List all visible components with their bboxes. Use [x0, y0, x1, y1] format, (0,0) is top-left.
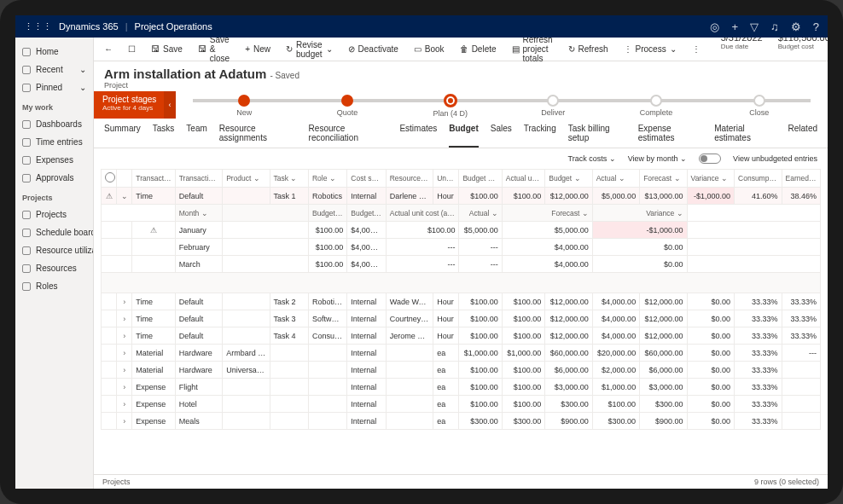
col-header[interactable]: Cost source ⌄: [347, 170, 386, 188]
table-row[interactable]: ›ExpenseHotelInternalea$100.00$100.00$30…: [102, 396, 821, 413]
col-header[interactable]: Actual unit cost ⌄: [502, 170, 544, 188]
sidebar-item[interactable]: Recent⌄: [15, 61, 93, 78]
tab-expense-estimates[interactable]: Expense estimates: [638, 124, 702, 148]
sidebar-item[interactable]: Resource utilization: [15, 241, 93, 259]
back-button[interactable]: ←: [101, 43, 116, 55]
stage[interactable]: Complete: [605, 93, 708, 117]
book-button[interactable]: ▭ Book: [410, 43, 448, 55]
sidebar-item[interactable]: Approvals: [15, 169, 93, 187]
expand-icon[interactable]: ›: [117, 293, 132, 310]
view-by-dropdown[interactable]: View by month ⌄: [628, 154, 687, 163]
sidebar: HomeRecent⌄Pinned⌄ My work DashboardsTim…: [15, 38, 94, 489]
tab-related[interactable]: Related: [788, 124, 817, 148]
unbudgeted-label: View unbudgeted entries: [733, 154, 817, 163]
col-header[interactable]: Consumption % ⌄: [735, 170, 782, 188]
table-row[interactable]: ›ExpenseFlightInternalea$100.00$100.00$3…: [102, 379, 821, 396]
delete-button[interactable]: 🗑 Delete: [456, 43, 500, 55]
stage[interactable]: Deliver: [502, 93, 605, 117]
revise-budget-button[interactable]: ↻ Revise budget ⌄: [282, 38, 336, 61]
table-row[interactable]: ›TimeDefaultTask 4ConsultingInternalJero…: [102, 327, 821, 345]
row-count: 9 rows (0 selected): [754, 478, 819, 486]
sidebar-item[interactable]: Time entries: [15, 133, 93, 151]
unbudgeted-toggle[interactable]: [699, 154, 721, 164]
tab-resource-reconciliation[interactable]: Resource reconciliation: [309, 124, 388, 148]
collapse-icon[interactable]: ⌄: [117, 188, 132, 205]
page-title: Arm installation at Adatum - Saved: [104, 67, 817, 81]
col-header[interactable]: Forecast ⌄: [640, 170, 687, 188]
tab-tasks[interactable]: Tasks: [153, 124, 175, 148]
sidebar-item[interactable]: Resources: [15, 259, 93, 277]
col-header[interactable]: Task ⌄: [270, 170, 308, 188]
stage[interactable]: New: [193, 93, 296, 117]
col-header[interactable]: Transaction class: [132, 170, 175, 188]
table-row[interactable]: ›ExpenseMealsInternalea$300.00$300.00$90…: [102, 413, 821, 430]
target-icon[interactable]: ◎: [710, 20, 719, 33]
table-subrow[interactable]: ⚠January$100.00$4,000.00$100.00$5,000.00…: [102, 222, 821, 239]
topbar: ⋮⋮⋮ Dynamics 365 | Project Operations ◎ …: [15, 15, 828, 38]
stage-flyout[interactable]: Project stages Active for 4 days ‹: [94, 91, 176, 119]
deactivate-button[interactable]: ⊘ Deactivate: [345, 43, 402, 55]
footer-area[interactable]: Projects: [102, 478, 131, 486]
tab-team[interactable]: Team: [186, 124, 206, 148]
sidebar-item[interactable]: Dashboards: [15, 115, 93, 133]
expand-icon[interactable]: ›: [117, 310, 132, 327]
page-subtitle: Project: [104, 81, 817, 90]
col-header[interactable]: Product ⌄: [223, 170, 270, 188]
new-button[interactable]: + New: [241, 43, 274, 55]
col-header[interactable]: Budget ⌄: [545, 170, 592, 188]
waffle-icon[interactable]: ⋮⋮⋮: [24, 21, 52, 32]
col-header[interactable]: Role ⌄: [308, 170, 346, 188]
expand-icon[interactable]: ›: [117, 327, 132, 345]
tab-resource-assignments[interactable]: Resource assignments: [219, 124, 297, 148]
add-icon[interactable]: +: [731, 20, 738, 33]
sidebar-item[interactable]: Projects: [15, 206, 93, 223]
process-button[interactable]: ⋮ Process ⌄: [620, 43, 680, 55]
expand-icon[interactable]: ›: [117, 413, 132, 430]
refresh-button[interactable]: ↻ Refresh: [565, 43, 612, 55]
tab-estimates[interactable]: Estimates: [399, 124, 437, 148]
table-row[interactable]: ›TimeDefaultTask 2Robotics IInternalWade…: [102, 293, 821, 310]
table-row[interactable]: ›MaterialHardwareArmbard 150Internalea$1…: [102, 345, 821, 362]
sidebar-item[interactable]: Schedule board: [15, 223, 93, 241]
stage[interactable]: Quote: [296, 93, 399, 117]
filter-icon[interactable]: ▽: [750, 20, 759, 33]
tab-sales[interactable]: Sales: [491, 124, 512, 148]
tab-tracking[interactable]: Tracking: [524, 124, 556, 148]
expand-icon[interactable]: ›: [117, 379, 132, 396]
tab-summary[interactable]: Summary: [104, 124, 141, 148]
tab-material-estimates[interactable]: Material estimates: [714, 124, 776, 148]
sidebar-item[interactable]: Pinned⌄: [15, 78, 93, 96]
expand-icon[interactable]: ›: [117, 345, 132, 362]
tab-budget[interactable]: Budget: [449, 124, 478, 148]
expand-icon[interactable]: ›: [117, 362, 132, 379]
col-header[interactable]: Earned prog ⌄: [782, 170, 821, 188]
sidebar-item[interactable]: Roles: [15, 277, 93, 295]
col-header[interactable]: Resource ⌄: [386, 170, 433, 188]
col-header[interactable]: Budget unit cost ⌄: [459, 170, 502, 188]
sidebar-item[interactable]: Expenses: [15, 151, 93, 169]
tab-task-billing-setup[interactable]: Task billing setup: [568, 124, 626, 148]
track-costs-dropdown[interactable]: Track costs ⌄: [567, 154, 615, 163]
stage[interactable]: Plan (4 D): [398, 92, 502, 118]
table-row[interactable]: ›MaterialHardwareUniversal Network CardI…: [102, 362, 821, 379]
open-button[interactable]: ☐: [125, 43, 139, 55]
help-icon[interactable]: ?: [813, 20, 819, 33]
sidebar-item[interactable]: Home: [15, 43, 93, 61]
table-row[interactable]: ›TimeDefaultTask 3Software IInternalCour…: [102, 310, 821, 327]
expand-icon[interactable]: ›: [117, 396, 132, 413]
col-header[interactable]: Variance ⌄: [687, 170, 734, 188]
col-check[interactable]: [102, 170, 117, 188]
bell-icon[interactable]: ♫: [770, 20, 779, 33]
more-button[interactable]: ⋮: [689, 43, 704, 55]
table-subrow[interactable]: February$100.00$4,000.00------$4,000.00$…: [102, 239, 821, 256]
stage-collapse-icon[interactable]: ‹: [164, 91, 176, 119]
col-header[interactable]: Transaction cate: [175, 170, 222, 188]
col-header[interactable]: Actual ⌄: [592, 170, 639, 188]
col-header[interactable]: Unit ⌄: [433, 170, 459, 188]
save-button[interactable]: 🖫 Save: [148, 43, 186, 55]
stage[interactable]: Close: [707, 93, 811, 117]
nav-icon: [22, 66, 31, 74]
gear-icon[interactable]: ⚙: [791, 20, 801, 33]
table-row[interactable]: ⚠⌄TimeDefaultTask 1RoboticsInternalDarle…: [102, 188, 821, 205]
table-subrow[interactable]: March$100.00$4,000.00------$4,000.00$0.0…: [102, 256, 821, 273]
